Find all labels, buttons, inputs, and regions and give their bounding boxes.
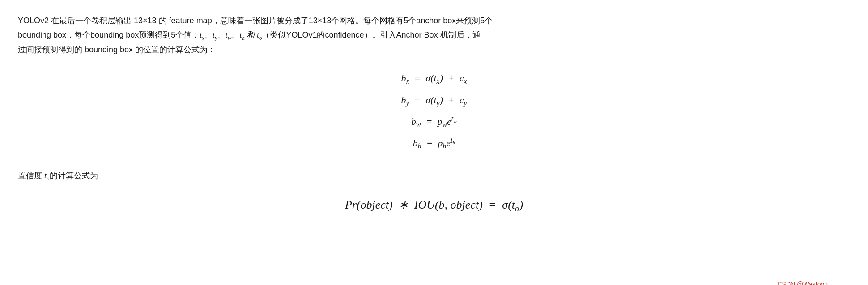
footer-text: CSDN @Wastoon xyxy=(778,281,828,285)
math-tx: tx、ty、tw、th 和 to xyxy=(200,30,262,39)
intro-text-1: YOLOv2 在最后一个卷积层输出 13×13 的 feature map，意味… xyxy=(18,16,493,25)
by-formula: by = σ(ty) + cy xyxy=(18,89,850,111)
intro-text-3: 过间接预测得到的 bounding box 的位置的计算公式为： xyxy=(18,45,216,54)
math-to-inline: to xyxy=(44,171,50,180)
intro-text-2: bounding box，每个bounding box预测得到5个值：tx、ty… xyxy=(18,30,481,39)
confidence-formula: Pr(object) ∗ IOU(b, object) = σ(to) xyxy=(18,193,850,217)
intro-paragraph: YOLOv2 在最后一个卷积层输出 13×13 的 feature map，意味… xyxy=(18,13,850,57)
confidence-intro-text: 置信度 to的计算公式为： xyxy=(18,171,106,180)
bounding-box-formulas: bx = σ(tx) + cx by = σ(ty) + cy bw = pwe… xyxy=(18,67,850,154)
footer-attribution: CSDN @Wastoon xyxy=(778,279,828,285)
confidence-paragraph: 置信度 to的计算公式为： xyxy=(18,168,850,183)
content-wrapper: YOLOv2 在最后一个卷积层输出 13×13 的 feature map，意味… xyxy=(18,13,850,217)
bw-formula: bw = pwetw xyxy=(18,111,850,132)
bx-formula: bx = σ(tx) + cx xyxy=(18,67,850,89)
page-container: YOLOv2 在最后一个卷积层输出 13×13 的 feature map，意味… xyxy=(18,13,850,285)
bh-formula: bh = pheth xyxy=(18,132,850,154)
confidence-formula-block: Pr(object) ∗ IOU(b, object) = σ(to) xyxy=(18,193,850,217)
